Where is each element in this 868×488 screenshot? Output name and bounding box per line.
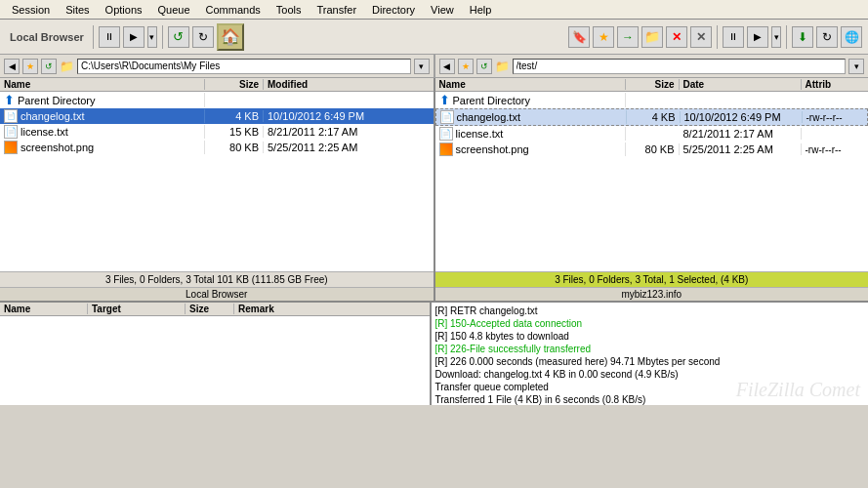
menu-help[interactable]: Help — [462, 2, 500, 18]
left-status-bar: 3 Files, 0 Folders, 3 Total 101 KB (111.… — [0, 271, 434, 287]
x-button-right[interactable]: ✕ — [690, 26, 712, 48]
txt-file-icon: 📄 — [4, 109, 18, 123]
menu-tools[interactable]: Tools — [269, 2, 310, 18]
queue-panel: Name Target Size Remark — [0, 303, 432, 405]
green-arrow-icon[interactable]: → — [617, 26, 639, 48]
home-button-left[interactable]: 🏠 — [217, 23, 244, 51]
left-col-size[interactable]: Size — [205, 79, 264, 90]
table-row[interactable]: ⬆ Parent Directory — [0, 92, 434, 108]
screenshot-label-left: screenshot.png — [21, 142, 94, 153]
left-col-headers: Name Size Modified — [0, 78, 434, 92]
play-button-right[interactable]: ▶ — [747, 26, 768, 48]
parent-dir-label: Parent Directory — [18, 95, 95, 106]
menu-transfer[interactable]: Transfer — [310, 2, 365, 18]
log-line-4: [R] 226-File successfully transferred — [435, 343, 865, 355]
toolbar-divider — [93, 25, 94, 49]
globe-icon[interactable]: 🌐 — [841, 26, 862, 48]
left-row-name: ⬆ Parent Directory — [0, 93, 205, 107]
log-line-8: Transferred 1 File (4 KB) in 6 seconds (… — [435, 393, 865, 405]
star-icon[interactable]: ★ — [593, 26, 614, 48]
menu-commands[interactable]: Commands — [198, 2, 269, 18]
right-addr-dropdown[interactable]: ▾ — [848, 59, 864, 74]
right-address-input[interactable] — [513, 59, 847, 74]
queue-header: Name Target Size Remark — [0, 303, 430, 316]
right-row-date: 5/25/2011 2:25 AM — [680, 143, 802, 155]
log-line-3: [R] 150 4.8 kbytes to download — [435, 330, 865, 343]
screenshot-label-right: screenshot.png — [456, 143, 529, 155]
left-addr-star[interactable]: ★ — [22, 59, 38, 74]
pause-button-right[interactable]: ⏸ — [723, 26, 744, 48]
left-addr-back[interactable]: ◀ — [4, 59, 20, 74]
menu-sites[interactable]: Sites — [58, 2, 97, 18]
red-x-icon[interactable]: ✕ — [666, 26, 687, 48]
download-icon[interactable]: ⬇ — [792, 26, 813, 48]
right-row-name: ⬆ Parent Directory — [435, 93, 626, 107]
queue-col-size: Size — [186, 304, 234, 314]
right-row-name: 📄 license.txt — [435, 127, 626, 141]
table-row[interactable]: ⬆ Parent Directory — [435, 92, 869, 108]
img-icon-right — [439, 142, 453, 156]
left-address-input[interactable] — [77, 59, 411, 74]
right-row-attrib: -rw-r--r-- — [803, 112, 868, 123]
log-panel: [R] RETR changelog.txt [R] 150-Accepted … — [432, 303, 869, 405]
left-address-bar: ◀ ★ ↺ 📁 ▾ — [0, 55, 434, 77]
table-row[interactable]: 📄 changelog.txt 4 KB 10/10/2012 6:49 PM — [0, 108, 434, 124]
left-col-name[interactable]: Name — [0, 79, 205, 90]
right-col-name[interactable]: Name — [435, 79, 626, 90]
right-file-list: ⬆ Parent Directory 📄 changelog.txt 4 KB … — [435, 92, 869, 271]
menu-directory[interactable]: Directory — [364, 2, 423, 18]
refresh-left[interactable]: ↻ — [192, 26, 214, 48]
file-panels: Name Size Modified ⬆ Parent Directory 📄 … — [0, 78, 868, 303]
parent-dir-icon: ⬆ — [4, 93, 15, 107]
toolbar-divider4 — [786, 25, 787, 49]
txt-icon-right2: 📄 — [439, 127, 453, 141]
changelog-label-right: changelog.txt — [457, 111, 520, 123]
left-col-modified[interactable]: Modified — [264, 79, 434, 90]
table-row[interactable]: screenshot.png 80 KB 5/25/2011 2:25 AM — [0, 140, 434, 155]
left-addr-dropdown[interactable]: ▾ — [414, 59, 430, 74]
table-row[interactable]: screenshot.png 80 KB 5/25/2011 2:25 AM -… — [435, 142, 869, 157]
pause-button-left[interactable]: ⏸ — [99, 26, 120, 48]
folder-icon-right[interactable]: 📁 — [641, 26, 663, 48]
right-col-date[interactable]: Date — [680, 79, 802, 90]
left-row-modified: 5/25/2011 2:25 AM — [264, 142, 434, 153]
table-row[interactable]: 📄 license.txt 15 KB 8/21/2011 2:17 AM — [0, 124, 434, 140]
right-col-size[interactable]: Size — [626, 79, 680, 90]
changelog-label-left: changelog.txt — [21, 110, 84, 122]
menu-view[interactable]: View — [423, 2, 462, 18]
left-row-size: 80 KB — [205, 142, 264, 153]
right-addr-back[interactable]: ◀ — [439, 59, 455, 74]
play-button-left[interactable]: ▶ — [123, 26, 145, 48]
toolbar-divider2 — [162, 25, 163, 49]
table-row[interactable]: 📄 license.txt 8/21/2011 2:17 AM — [435, 126, 869, 142]
queue-list — [0, 316, 430, 405]
menu-queue[interactable]: Queue — [150, 2, 198, 18]
bottom-section: Name Target Size Remark [R] RETR changel… — [0, 303, 868, 405]
toolbar-divider3 — [717, 25, 718, 49]
left-addr-green[interactable]: ↺ — [41, 59, 57, 74]
refresh-green-left[interactable]: ↺ — [168, 26, 189, 48]
right-row-date: 8/21/2011 2:17 AM — [680, 128, 802, 140]
right-addr-green[interactable]: ↺ — [476, 59, 492, 74]
refresh-right[interactable]: ↻ — [816, 26, 838, 48]
left-row-name: 📄 license.txt — [0, 125, 205, 139]
right-col-attrib[interactable]: Attrib — [802, 79, 869, 90]
menu-session[interactable]: Session — [4, 2, 58, 18]
log-line-2: [R] 150-Accepted data connection — [435, 317, 865, 330]
parent-dir-icon-right: ⬆ — [439, 93, 450, 107]
left-row-name: 📄 changelog.txt — [0, 109, 205, 123]
right-row-date: 10/10/2012 6:49 PM — [681, 111, 803, 123]
play-dropdown-left[interactable]: ▾ — [147, 26, 157, 48]
bookmark-icon[interactable]: 🔖 — [568, 26, 590, 48]
queue-col-remark: Remark — [234, 304, 430, 314]
right-addr-star[interactable]: ★ — [458, 59, 474, 74]
right-row-size: 4 KB — [627, 111, 681, 123]
menu-options[interactable]: Options — [98, 2, 150, 18]
log-line-6: Download: changelog.txt 4 KB in 0.00 sec… — [435, 368, 865, 381]
left-row-size: 15 KB — [205, 126, 264, 138]
right-panel: Name Size Date Attrib ⬆ Parent Directory… — [434, 78, 869, 301]
left-row-size: 4 KB — [205, 110, 264, 122]
table-row[interactable]: 📄 changelog.txt 4 KB 10/10/2012 6:49 PM … — [435, 108, 869, 126]
play-dropdown-right[interactable]: ▾ — [771, 26, 781, 48]
img-file-icon — [4, 141, 18, 154]
